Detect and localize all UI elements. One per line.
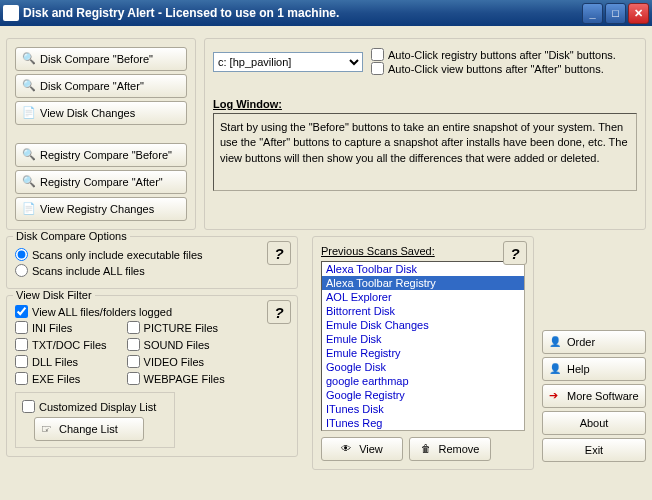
auto-click-view-label: Auto-Click view buttons after "After" bu…: [388, 63, 604, 75]
list-item[interactable]: AOL Explorer: [322, 290, 524, 304]
exit-button[interactable]: Exit: [542, 438, 646, 462]
maximize-button[interactable]: □: [605, 3, 626, 24]
arrow-icon: [549, 389, 563, 403]
view-all-files-checkbox[interactable]: [15, 305, 28, 318]
document-icon: [22, 202, 36, 216]
list-item[interactable]: ITunes Reg: [322, 416, 524, 430]
video-files-checkbox[interactable]: [127, 355, 140, 368]
log-window-label: Log Window:: [213, 98, 637, 110]
view-registry-changes-button[interactable]: View Registry Changes: [15, 197, 187, 221]
list-item[interactable]: Google Disk: [322, 360, 524, 374]
trash-icon: [421, 442, 435, 456]
list-item[interactable]: Google Registry: [322, 388, 524, 402]
customized-display-label: Customized Display List: [39, 401, 156, 413]
document-icon: [22, 106, 36, 120]
disk-compare-before-button[interactable]: Disk Compare "Before": [15, 47, 187, 71]
close-button[interactable]: ✕: [628, 3, 649, 24]
scans-all-label: Scans include ALL files: [32, 265, 145, 277]
previous-scans-listbox[interactable]: Alexa Toolbar DiskAlexa Toolbar Registry…: [321, 261, 525, 431]
disk-options-help-button[interactable]: ?: [267, 241, 291, 265]
magnify-icon: [22, 52, 36, 66]
magnify-icon: [22, 148, 36, 162]
webpage-files-checkbox[interactable]: [127, 372, 140, 385]
view-scan-button[interactable]: View: [321, 437, 403, 461]
help-icon: [549, 362, 563, 376]
magnify-icon: [22, 79, 36, 93]
list-item[interactable]: ITunes Disk: [322, 402, 524, 416]
picture-files-checkbox[interactable]: [127, 321, 140, 334]
help-button[interactable]: Help: [542, 357, 646, 381]
dll-files-checkbox[interactable]: [15, 355, 28, 368]
magnify-icon: [22, 175, 36, 189]
view-disk-changes-button[interactable]: View Disk Changes: [15, 101, 187, 125]
window-title: Disk and Registry Alert - Licensed to us…: [23, 6, 582, 20]
drive-select[interactable]: c: [hp_pavilion]: [213, 52, 363, 72]
remove-scan-button[interactable]: Remove: [409, 437, 491, 461]
more-software-button[interactable]: More Software: [542, 384, 646, 408]
list-item[interactable]: Emule Disk Changes: [322, 318, 524, 332]
disk-compare-options-title: Disk Compare Options: [13, 230, 130, 242]
pointer-icon: [41, 422, 55, 436]
scans-executable-radio[interactable]: [15, 248, 28, 261]
minimize-button[interactable]: _: [582, 3, 603, 24]
view-disk-filter-title: View Disk Filter: [13, 289, 95, 301]
registry-compare-after-button[interactable]: Registry Compare "After": [15, 170, 187, 194]
scans-executable-label: Scans only include executable files: [32, 249, 203, 261]
auto-click-registry-checkbox[interactable]: [371, 48, 384, 61]
list-item[interactable]: google earthmap: [322, 374, 524, 388]
view-all-files-label: View ALL files/folders logged: [32, 306, 172, 318]
app-icon: ⚙: [3, 5, 19, 21]
sound-files-checkbox[interactable]: [127, 338, 140, 351]
customized-display-checkbox[interactable]: [22, 400, 35, 413]
person-icon: [549, 335, 563, 349]
auto-click-registry-label: Auto-Click registry buttons after "Disk"…: [388, 49, 616, 61]
about-button[interactable]: About: [542, 411, 646, 435]
list-item[interactable]: Emule Registry: [322, 346, 524, 360]
registry-compare-before-button[interactable]: Registry Compare "Before": [15, 143, 187, 167]
filter-help-button[interactable]: ?: [267, 300, 291, 324]
eye-icon: [341, 442, 355, 456]
ini-files-checkbox[interactable]: [15, 321, 28, 334]
list-item[interactable]: Emule Disk: [322, 332, 524, 346]
auto-click-view-checkbox[interactable]: [371, 62, 384, 75]
exe-files-checkbox[interactable]: [15, 372, 28, 385]
order-button[interactable]: Order: [542, 330, 646, 354]
previous-scans-label: Previous Scans Saved:: [321, 245, 525, 257]
scans-help-button[interactable]: ?: [503, 241, 527, 265]
scans-all-radio[interactable]: [15, 264, 28, 277]
list-item[interactable]: Alexa Toolbar Disk: [322, 262, 524, 276]
list-item[interactable]: Alexa Toolbar Registry: [322, 276, 524, 290]
txt-files-checkbox[interactable]: [15, 338, 28, 351]
change-list-button[interactable]: Change List: [34, 417, 144, 441]
log-window-text: Start by using the "Before" buttons to t…: [213, 113, 637, 191]
list-item[interactable]: Limewire Disk: [322, 430, 524, 431]
disk-compare-after-button[interactable]: Disk Compare "After": [15, 74, 187, 98]
list-item[interactable]: Bittorrent Disk: [322, 304, 524, 318]
